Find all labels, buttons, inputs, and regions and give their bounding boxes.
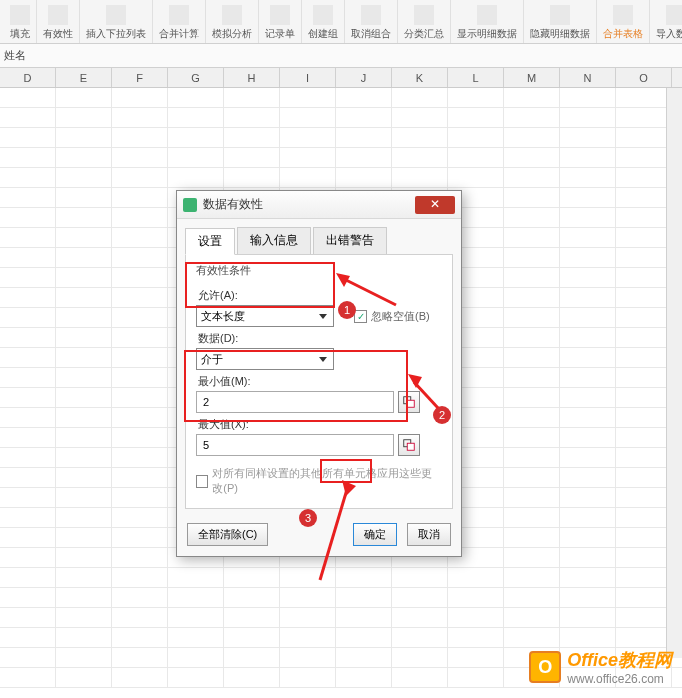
col-header[interactable]: K <box>392 68 448 87</box>
apply-all-checkbox[interactable] <box>196 475 208 488</box>
column-headers: D E F G H I J K L M N O <box>0 68 682 88</box>
name-box[interactable]: 姓名 <box>4 48 26 63</box>
ribbon-import-data[interactable]: 导入数据 <box>650 0 682 43</box>
ribbon-toolbar: 填充 有效性 插入下拉列表 合并计算 模拟分析 记录单 创建组 取消组合 分类汇… <box>0 0 682 44</box>
ribbon-hide-detail[interactable]: 隐藏明细数据 <box>524 0 597 43</box>
dialog-button-row: 全部清除(C) 确定 取消 <box>177 517 461 556</box>
ribbon-subtotal[interactable]: 分类汇总 <box>398 0 451 43</box>
data-combo[interactable]: 介于 <box>196 348 334 370</box>
vertical-scrollbar[interactable] <box>666 88 682 658</box>
ok-button[interactable]: 确定 <box>353 523 397 546</box>
range-select-button[interactable] <box>398 391 420 413</box>
watermark-title: Office教程网 <box>567 648 672 672</box>
max-input[interactable] <box>196 434 394 456</box>
dialog-body: 有效性条件 允许(A): 文本长度 忽略空值(B) 数据(D): 介于 最小值(… <box>185 254 453 509</box>
svg-rect-1 <box>407 400 414 407</box>
app-icon <box>183 198 197 212</box>
chevron-down-icon <box>315 308 331 324</box>
col-header[interactable]: F <box>112 68 168 87</box>
watermark-icon: O <box>529 651 561 683</box>
tab-error-alert[interactable]: 出错警告 <box>313 227 387 254</box>
col-header[interactable]: D <box>0 68 56 87</box>
watermark: O Office教程网 www.office26.com <box>529 648 672 686</box>
col-header[interactable]: N <box>560 68 616 87</box>
col-header[interactable]: I <box>280 68 336 87</box>
col-header[interactable]: M <box>504 68 560 87</box>
ribbon-group[interactable]: 创建组 <box>302 0 345 43</box>
criteria-title: 有效性条件 <box>196 263 442 278</box>
col-header[interactable]: H <box>224 68 280 87</box>
allow-combo[interactable]: 文本长度 <box>196 305 334 327</box>
ribbon-fill[interactable]: 填充 <box>4 0 37 43</box>
col-header[interactable]: L <box>448 68 504 87</box>
col-header[interactable]: G <box>168 68 224 87</box>
data-validation-dialog: 数据有效性 ✕ 设置 输入信息 出错警告 有效性条件 允许(A): 文本长度 忽… <box>176 190 462 557</box>
ignore-blank-label: 忽略空值(B) <box>371 309 430 324</box>
allow-label: 允许(A): <box>198 288 334 303</box>
ribbon-ungroup[interactable]: 取消组合 <box>345 0 398 43</box>
dialog-tabs: 设置 输入信息 出错警告 <box>177 219 461 254</box>
min-label: 最小值(M): <box>198 374 442 389</box>
chevron-down-icon <box>315 351 331 367</box>
cancel-button[interactable]: 取消 <box>407 523 451 546</box>
annotation-badge: 1 <box>338 301 356 319</box>
dialog-titlebar[interactable]: 数据有效性 ✕ <box>177 191 461 219</box>
min-input[interactable] <box>196 391 394 413</box>
data-label: 数据(D): <box>198 331 442 346</box>
ignore-blank-checkbox[interactable] <box>354 310 367 323</box>
svg-rect-3 <box>407 443 414 450</box>
tab-input-message[interactable]: 输入信息 <box>237 227 311 254</box>
annotation-badge: 2 <box>433 406 451 424</box>
dialog-title: 数据有效性 <box>203 196 263 213</box>
ribbon-validation[interactable]: 有效性 <box>37 0 80 43</box>
formula-bar: 姓名 <box>0 44 682 68</box>
ribbon-merge-tables[interactable]: 合并表格 <box>597 0 650 43</box>
clear-all-button[interactable]: 全部清除(C) <box>187 523 268 546</box>
ribbon-record-form[interactable]: 记录单 <box>259 0 302 43</box>
annotation-badge: 3 <box>299 509 317 527</box>
col-header[interactable]: O <box>616 68 672 87</box>
ribbon-consolidate[interactable]: 合并计算 <box>153 0 206 43</box>
col-header[interactable]: J <box>336 68 392 87</box>
watermark-url: www.office26.com <box>567 672 672 686</box>
ribbon-dropdown-list[interactable]: 插入下拉列表 <box>80 0 153 43</box>
range-select-button[interactable] <box>398 434 420 456</box>
ribbon-whatif[interactable]: 模拟分析 <box>206 0 259 43</box>
col-header[interactable]: E <box>56 68 112 87</box>
max-label: 最大值(X): <box>198 417 442 432</box>
apply-all-label: 对所有同样设置的其他所有单元格应用这些更改(P) <box>212 466 442 496</box>
ribbon-show-detail[interactable]: 显示明细数据 <box>451 0 524 43</box>
close-button[interactable]: ✕ <box>415 196 455 214</box>
tab-settings[interactable]: 设置 <box>185 228 235 255</box>
